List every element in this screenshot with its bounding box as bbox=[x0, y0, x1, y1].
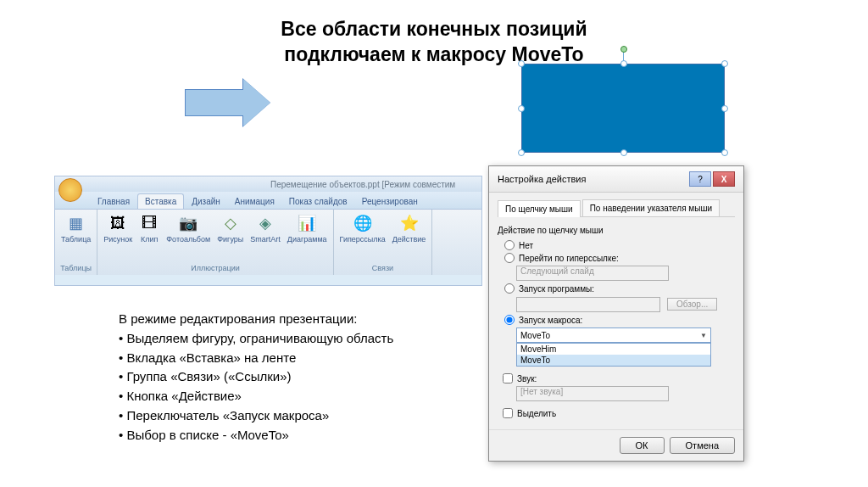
album-icon bbox=[178, 213, 198, 233]
tab-home[interactable]: Главная bbox=[91, 194, 136, 209]
shapes-button[interactable]: Фигуры bbox=[214, 211, 246, 245]
cancel-button[interactable]: Отмена bbox=[670, 437, 735, 454]
label-highlight: Выделить bbox=[517, 409, 556, 418]
tab-animation[interactable]: Анимация bbox=[228, 194, 281, 209]
chart-icon bbox=[297, 213, 317, 233]
macro-list: MoveHim MoveTo bbox=[516, 343, 711, 367]
tab-click[interactable]: По щелчку мыши bbox=[498, 200, 581, 217]
smartart-icon bbox=[255, 213, 275, 233]
selected-rectangle[interactable] bbox=[521, 64, 725, 153]
dropdown-arrow-icon: ▼ bbox=[700, 332, 707, 339]
dialog-footer: ОК Отмена bbox=[489, 429, 743, 461]
chart-button[interactable]: Диаграмма bbox=[285, 211, 330, 245]
close-button[interactable]: X bbox=[713, 171, 735, 187]
resize-handle[interactable] bbox=[518, 149, 525, 156]
dialog-title: Настройка действия bbox=[498, 174, 586, 184]
group-links: Гиперссылка Действие Связи bbox=[334, 210, 433, 275]
arrow-shape bbox=[185, 89, 244, 120]
tab-insert[interactable]: Вставка bbox=[137, 193, 184, 209]
group-tables: Таблица Таблицы bbox=[55, 210, 97, 275]
ok-button[interactable]: ОК bbox=[620, 437, 665, 454]
hyperlink-dropdown[interactable]: Следующий слайд bbox=[516, 266, 669, 281]
picture-button[interactable]: Рисунок bbox=[101, 211, 135, 245]
resize-handle[interactable] bbox=[620, 149, 627, 156]
hyperlink-icon bbox=[353, 213, 373, 233]
radio-hyperlink[interactable] bbox=[504, 253, 515, 263]
ribbon-tabs: Главная Вставка Дизайн Анимация Показ сл… bbox=[55, 192, 481, 209]
tab-review[interactable]: Рецензирован bbox=[355, 194, 425, 209]
label-sound: Звук: bbox=[517, 374, 537, 383]
group-illustrations: Рисунок Клип Фотоальбом Фигуры SmartArt bbox=[97, 210, 333, 275]
label-program: Запуск программы: bbox=[519, 284, 594, 294]
radio-none[interactable] bbox=[504, 240, 515, 250]
section-label: Действие по щелчку мыши bbox=[498, 226, 735, 235]
smartart-button[interactable]: SmartArt bbox=[248, 211, 283, 245]
browse-button[interactable]: Обзор... bbox=[667, 298, 717, 311]
resize-handle[interactable] bbox=[721, 105, 728, 112]
action-settings-dialog: Настройка действия ? X По щелчку мыши По… bbox=[488, 165, 744, 462]
tab-hover[interactable]: По наведении указателя мыши bbox=[582, 199, 720, 216]
window-title-bar: Перемещение объектов.ppt [Режим совмести… bbox=[55, 176, 481, 192]
table-icon bbox=[66, 213, 86, 233]
macro-option[interactable]: MoveHim bbox=[517, 344, 710, 355]
label-hyperlink: Перейти по гиперссылке: bbox=[519, 254, 619, 263]
ribbon-content: Таблица Таблицы Рисунок Клип Фотоальбом bbox=[55, 209, 481, 275]
clip-icon bbox=[139, 213, 159, 233]
picture-icon bbox=[108, 213, 128, 233]
table-button[interactable]: Таблица bbox=[58, 211, 93, 245]
resize-handle[interactable] bbox=[721, 149, 728, 156]
help-button[interactable]: ? bbox=[689, 171, 711, 187]
resize-handle[interactable] bbox=[620, 60, 627, 67]
tab-design[interactable]: Дизайн bbox=[185, 194, 227, 209]
resize-handle[interactable] bbox=[518, 105, 525, 112]
powerpoint-ribbon: Перемещение объектов.ppt [Режим совмести… bbox=[54, 176, 482, 286]
macro-option[interactable]: MoveTo bbox=[517, 355, 710, 366]
rotation-handle[interactable] bbox=[620, 46, 627, 53]
highlight-checkbox[interactable] bbox=[503, 408, 513, 418]
radio-program[interactable] bbox=[504, 283, 515, 294]
label-macro: Запуск макроса: bbox=[519, 316, 582, 325]
office-button[interactable] bbox=[58, 178, 82, 202]
window-title: Перемещение объектов.ppt [Режим совмести… bbox=[270, 180, 455, 189]
tab-slideshow[interactable]: Показ слайдов bbox=[282, 194, 354, 209]
slide-title: Все области конечных позиций подключаем … bbox=[0, 0, 868, 68]
sound-dropdown[interactable]: [Нет звука] bbox=[516, 386, 669, 401]
macro-value: MoveTo bbox=[520, 331, 550, 340]
instructions-text: В режиме редактирования презентации: • В… bbox=[119, 310, 492, 445]
resize-handle[interactable] bbox=[518, 60, 525, 67]
dialog-tabs: По щелчку мыши По наведении указателя мы… bbox=[498, 199, 735, 217]
sound-checkbox[interactable] bbox=[503, 373, 513, 383]
program-input[interactable] bbox=[516, 297, 660, 312]
resize-handle[interactable] bbox=[721, 60, 728, 67]
album-button[interactable]: Фотоальбом bbox=[164, 211, 213, 245]
action-button[interactable]: Действие bbox=[390, 211, 429, 245]
radio-macro[interactable] bbox=[504, 315, 515, 325]
shapes-icon bbox=[220, 213, 241, 233]
label-none: Нет bbox=[519, 241, 533, 250]
clip-button[interactable]: Клип bbox=[136, 211, 162, 245]
macro-dropdown[interactable]: MoveTo ▼ MoveHim MoveTo bbox=[516, 327, 735, 367]
hyperlink-button[interactable]: Гиперссылка bbox=[337, 211, 388, 245]
action-icon bbox=[399, 213, 420, 233]
dialog-title-bar[interactable]: Настройка действия ? X bbox=[489, 166, 743, 193]
